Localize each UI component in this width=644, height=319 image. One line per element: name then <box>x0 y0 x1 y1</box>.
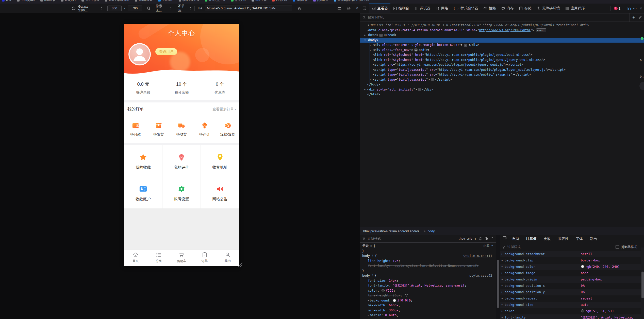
css-declaration[interactable]: max-width: 640px; <box>360 303 496 308</box>
computed-property-row[interactable]: ▶background-position-y0% <box>500 289 644 295</box>
bookmark-item[interactable]: 企业工作台 <box>81 0 99 2</box>
sidebar-tab-兼容性[interactable]: 兼容性 <box>555 235 572 243</box>
bookmark-item[interactable]: 百度 <box>2 0 11 2</box>
devtools-tab-console[interactable]: 控制台 <box>390 4 412 13</box>
twisty-icon[interactable]: ▶ <box>368 313 369 318</box>
markup-line[interactable]: ▶<div class="foot_nav">…</div> <box>360 48 644 53</box>
add-rule-icon[interactable]: + <box>474 237 476 241</box>
twisty-icon[interactable]: ▶ <box>502 258 505 261</box>
sidebar-tab-更改[interactable]: 更改 <box>541 235 554 243</box>
feature-cell[interactable]: 我的收藏 <box>124 145 162 177</box>
breadcrumb-html[interactable]: html.pixel-ratio-4.retina.android.androi… <box>363 229 422 233</box>
throttle-selector[interactable]: 不节流 <box>178 4 192 13</box>
twisty-icon[interactable]: ▶ <box>502 271 505 274</box>
css-declaration[interactable]: font-family: "微软雅黑",Arial, Helvetica, sa… <box>360 283 496 288</box>
computed-property-row[interactable]: ▶background-originpadding-box <box>500 276 644 283</box>
twisty-icon[interactable]: ▶ <box>502 265 505 268</box>
order-status-item[interactable]: 待评价 <box>193 116 216 143</box>
rule-selector[interactable]: body⠿{weui.min.css:11 <box>360 253 496 258</box>
markup-line[interactable]: </html> <box>360 92 644 97</box>
twisty-icon[interactable]: ▶ <box>502 303 505 306</box>
css-declaration[interactable]: ▶background: #f0f0f0; <box>360 298 496 303</box>
feature-cell[interactable]: 网站公告 <box>201 177 239 209</box>
twisty-icon[interactable]: ▶ <box>368 43 373 48</box>
light-theme-icon[interactable] <box>478 237 482 241</box>
rules-scrollbar[interactable] <box>496 235 500 319</box>
css-declaration[interactable]: line-height: 1.6; <box>360 258 496 263</box>
twisty-icon[interactable]: ▼ <box>363 38 367 43</box>
ua-input[interactable] <box>205 6 292 11</box>
bookmark-item[interactable]: 超期工单-项目面 <box>105 0 129 2</box>
tab-item-order[interactable]: 订单 <box>193 250 216 266</box>
css-declaration[interactable]: font-family: -apple-system-font,Helvetic… <box>360 263 496 268</box>
computed-property-row[interactable]: ▶background-imagenone <box>500 270 644 276</box>
bookmark-item[interactable]: 项目管理后台 <box>179 0 199 2</box>
twisty-icon[interactable]: ▶ <box>502 315 505 318</box>
rule-source-link[interactable]: weui.min.css:11 <box>464 253 492 258</box>
sidebar-tab-布局[interactable]: 布局 <box>509 235 522 243</box>
css-declaration[interactable]: ▶margin: 0 auto; <box>360 313 496 318</box>
order-status-item[interactable]: 待发货 <box>147 116 170 143</box>
computed-property-row[interactable]: ▶colorrgb(51, 51, 51) <box>500 308 644 314</box>
twisty-icon[interactable]: ▶ <box>502 284 505 287</box>
markup-line[interactable]: <html class="pixel-ratio-4 retina androi… <box>360 28 644 33</box>
bookmark-item[interactable]: 工单系统 <box>158 0 173 2</box>
markup-line[interactable]: <script type="text/javascript" src="http… <box>360 67 644 73</box>
order-status-item[interactable]: 退款/退货 <box>216 116 239 143</box>
computed-property-row[interactable]: ▶background-colorrgb(240, 240, 240) <box>500 264 644 270</box>
print-media-icon[interactable] <box>490 237 494 240</box>
tab-item-cart[interactable]: 购物车 <box>170 250 193 266</box>
bookmark-item[interactable]: 内部文档 <box>272 0 287 2</box>
viewport-resize-handle[interactable] <box>237 262 243 267</box>
feature-cell[interactable]: 帐号设置 <box>162 177 201 209</box>
css-declaration[interactable]: font-size: 14px; <box>360 278 496 283</box>
pseudo-class-button[interactable]: :hov <box>459 237 465 240</box>
devtools-tab-styles[interactable]: { }样式编辑器 <box>451 4 481 13</box>
stat-item[interactable]: 0 个优惠券 <box>201 77 239 100</box>
view-more-orders-link[interactable]: 查看更多订单 › <box>212 107 236 112</box>
new-node-icon[interactable]: + <box>632 15 635 20</box>
devtools-tab-debugger[interactable]: 调试器 <box>412 4 433 13</box>
twisty-icon[interactable]: ▶ <box>502 290 505 293</box>
markup-line[interactable]: ▶<script type="text/javascript">…</scrip… <box>360 77 644 82</box>
computed-filter-input[interactable]: 过滤样式 <box>507 245 611 249</box>
computed-property-row[interactable]: ▶background-sizeauto <box>500 302 644 308</box>
rule-source-link[interactable]: style.css:92 <box>469 273 492 278</box>
tab-item-mine[interactable]: 我的 <box>216 250 239 266</box>
devtools-tab-network[interactable]: 网络 <box>433 4 451 13</box>
bookmark-item[interactable]: 手机模拟器 <box>17 0 35 2</box>
tab-item-home[interactable]: 首页 <box>124 250 147 266</box>
markup-line[interactable]: ▶<head>…</head> <box>360 33 644 38</box>
html-search-input[interactable]: 搜索 HTML <box>368 15 628 20</box>
viewport-height-input[interactable] <box>128 6 142 11</box>
order-status-item[interactable]: 待付款 <box>124 116 147 143</box>
bookmark-item[interactable]: 超期报表 <box>40 0 55 2</box>
twisty-icon[interactable]: ▶ <box>502 309 505 312</box>
sidebar-toggle-icon[interactable] <box>502 235 508 241</box>
bookmark-item[interactable]: 超期服务器 <box>135 0 153 2</box>
devtools-tab-memory[interactable]: 内存 <box>499 4 516 13</box>
device-selector[interactable]: Galaxy S10/... <box>71 5 102 12</box>
markup-line[interactable]: <link rel="stylesheet" href="https://sc.… <box>360 52 644 58</box>
sidebar-tab-动画[interactable]: 动画 <box>587 235 600 243</box>
markup-line[interactable]: ▼<body> <box>360 38 644 43</box>
touch-simulation-icon[interactable] <box>296 5 302 11</box>
twisty-icon[interactable]: ▶ <box>363 33 367 38</box>
computed-property-row[interactable]: ▶font-family"微软雅黑", Arial, Helvetica, sa… <box>500 314 644 319</box>
computed-property-row[interactable]: ▶background-repeatrepeat <box>500 295 644 302</box>
markup-line[interactable]: ▶<div class="content" style="margin-bott… <box>360 43 644 48</box>
viewport-width-input[interactable] <box>107 6 122 11</box>
twisty-icon[interactable]: ▶ <box>502 277 505 280</box>
feature-cell[interactable]: 收款账户 <box>124 177 162 209</box>
bookmark-item[interactable]: 两班倒排班表-飞书云文档 <box>334 0 369 2</box>
markup-line[interactable]: <link rel="stylesheet" href="https://sc.… <box>360 58 644 63</box>
rdm-settings-icon[interactable] <box>346 5 352 11</box>
devtools-tab-a11y[interactable]: 无障碍环境 <box>534 4 563 13</box>
css-declaration[interactable]: color: #333; <box>360 288 496 293</box>
devtools-more-icon[interactable]: ⋯ <box>632 5 638 11</box>
twisty-icon[interactable]: ▶ <box>368 298 369 303</box>
bookmark-item[interactable]: 代码仓库 <box>313 0 328 2</box>
bookmark-item[interactable]: 超期入口 <box>61 0 76 2</box>
twisty-icon[interactable]: ▶ <box>368 48 373 53</box>
rules-filter-input[interactable]: 过滤样式 <box>368 236 457 241</box>
